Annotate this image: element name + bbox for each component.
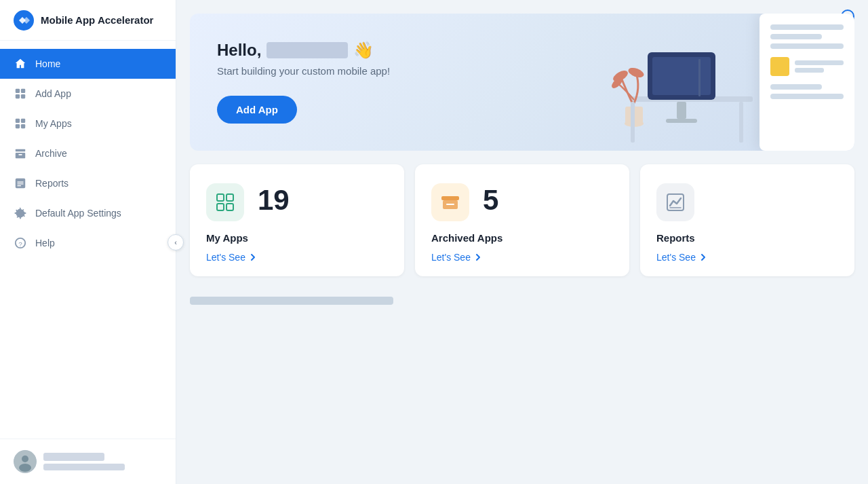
wave-emoji: 👋 <box>353 41 374 60</box>
svg-rect-11 <box>18 154 22 155</box>
stat-card-my-apps: 19 My Apps Let's See <box>190 164 404 276</box>
user-email <box>43 464 125 470</box>
svg-rect-12 <box>16 179 25 188</box>
my-apps-label: My Apps <box>206 232 388 244</box>
hero-illustration <box>610 15 746 151</box>
svg-rect-28 <box>652 57 711 95</box>
sidebar-item-home-label: Home <box>35 58 60 69</box>
sidebar-item-help-label: Help <box>35 238 55 248</box>
reports-label: Reports <box>656 232 838 244</box>
add-app-icon <box>14 87 27 100</box>
sidebar-item-reports[interactable]: Reports <box>0 168 176 198</box>
sidebar-item-settings-label: Default App Settings <box>35 208 121 219</box>
svg-rect-1 <box>16 89 20 93</box>
hero-content: Hello, 👋 Start building your custom mobi… <box>217 41 488 124</box>
chevron-right-icon <box>248 253 258 262</box>
collapse-sidebar-button[interactable]: ‹ <box>167 234 184 250</box>
home-icon <box>14 57 27 71</box>
sidebar-item-archive-label: Archive <box>35 148 67 159</box>
my-apps-stat-icon-box <box>206 183 244 221</box>
sidebar-item-reports-label: Reports <box>35 178 68 189</box>
hero-greeting: Hello, 👋 <box>217 41 488 60</box>
greeting-name-blur <box>267 42 348 58</box>
reports-link[interactable]: Let's See <box>656 252 838 263</box>
svg-rect-35 <box>631 102 635 143</box>
svg-rect-36 <box>698 59 701 96</box>
archived-apps-stat-icon-box <box>431 183 469 221</box>
svg-rect-38 <box>226 194 233 201</box>
svg-rect-4 <box>21 94 25 98</box>
svg-point-20 <box>22 455 28 462</box>
svg-rect-39 <box>217 204 224 210</box>
stats-grid: 19 My Apps Let's See 5 <box>190 164 854 276</box>
hero-banner: Hello, 👋 Start building your custom mobi… <box>190 14 854 151</box>
reports-icon <box>14 176 27 190</box>
sidebar-item-help[interactable]: ? Help <box>0 228 176 258</box>
stat-card-reports: 0 Reports Let's See <box>640 164 854 276</box>
svg-rect-7 <box>16 124 20 128</box>
stat-card-archived-apps: 5 Archived Apps Let's See <box>415 164 629 276</box>
user-profile-section <box>0 439 176 484</box>
archived-apps-count: 5 <box>483 186 498 215</box>
app-title: Mobile App Accelerator <box>41 14 153 26</box>
sidebar-item-add-app-label: Add App <box>35 88 71 99</box>
svg-rect-8 <box>21 124 25 128</box>
avatar <box>14 450 37 473</box>
sidebar-item-my-apps-label: My Apps <box>35 118 72 129</box>
archive-icon <box>14 147 27 160</box>
svg-point-21 <box>19 464 31 472</box>
sidebar-item-archive[interactable]: Archive <box>0 138 176 168</box>
svg-rect-25 <box>677 102 686 119</box>
hero-card-preview <box>760 14 854 151</box>
chevron-right-icon <box>698 253 708 262</box>
sidebar-header: Mobile App Accelerator <box>0 0 176 41</box>
sidebar-item-my-apps[interactable]: My Apps <box>0 109 176 138</box>
svg-rect-26 <box>666 119 697 123</box>
sidebar-item-default-app-settings[interactable]: Default App Settings <box>0 198 176 228</box>
chevron-right-icon <box>473 253 483 262</box>
bottom-text-blur <box>190 297 393 305</box>
svg-rect-5 <box>16 119 20 123</box>
svg-rect-41 <box>441 196 459 200</box>
archived-apps-label: Archived Apps <box>431 232 613 244</box>
user-info <box>43 453 162 470</box>
svg-rect-3 <box>16 94 20 98</box>
app-logo-icon <box>14 10 34 31</box>
svg-text:?: ? <box>18 240 22 248</box>
hero-add-app-button[interactable]: Add App <box>217 96 297 124</box>
help-icon: ? <box>14 236 27 250</box>
svg-rect-10 <box>16 153 25 158</box>
svg-rect-2 <box>21 89 25 93</box>
archived-apps-link[interactable]: Let's See <box>431 252 613 263</box>
reports-stat-icon-box <box>656 183 694 221</box>
svg-point-32 <box>627 66 646 79</box>
svg-rect-37 <box>217 194 224 201</box>
bottom-text-area <box>190 290 854 312</box>
my-apps-count: 19 <box>258 186 290 215</box>
sidebar: Mobile App Accelerator Home Add App <box>0 0 176 484</box>
sidebar-item-add-app[interactable]: Add App <box>0 79 176 109</box>
svg-rect-40 <box>226 204 233 210</box>
user-name <box>43 453 104 461</box>
svg-rect-9 <box>16 149 25 152</box>
svg-rect-34 <box>739 102 743 143</box>
sidebar-item-home[interactable]: Home <box>0 49 176 79</box>
nav-list: Home Add App My <box>0 41 176 439</box>
settings-icon <box>14 206 27 220</box>
hero-subtitle: Start building your custom mobile app! <box>217 65 488 77</box>
my-apps-icon <box>14 117 27 130</box>
my-apps-link[interactable]: Let's See <box>206 252 388 263</box>
main-content: i Hello, 👋 Start building your custom mo… <box>176 0 868 484</box>
svg-rect-6 <box>21 119 25 123</box>
